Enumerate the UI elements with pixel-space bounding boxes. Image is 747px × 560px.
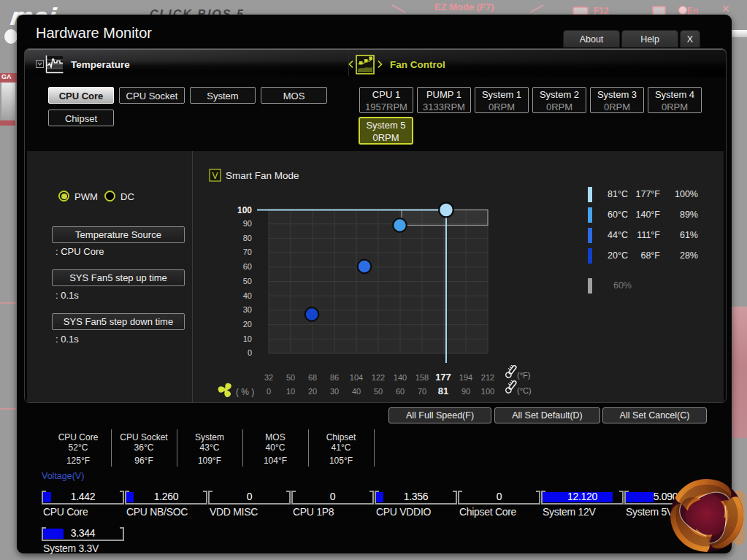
svg-text:V: V — [212, 171, 218, 181]
